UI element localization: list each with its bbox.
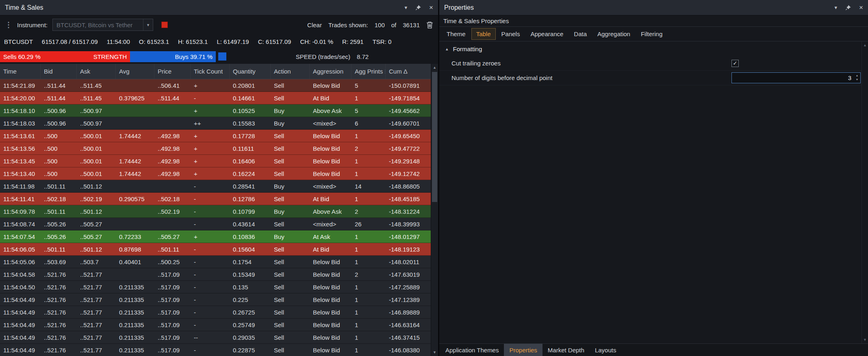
scrollbar-thumb[interactable]: [432, 72, 437, 202]
cell-tick: +: [191, 79, 230, 91]
tab-data[interactable]: Data: [569, 28, 592, 40]
close-icon[interactable]: ×: [859, 4, 863, 12]
window-menu-chevron-icon[interactable]: ▾: [405, 4, 408, 11]
table-row[interactable]: 11:54:04.58..521.76..521.77..517.09-0.15…: [0, 268, 431, 281]
table-scrollbar[interactable]: ▲ ▼: [431, 64, 438, 356]
column-header-qty[interactable]: Quantity: [230, 64, 271, 79]
table-row[interactable]: 11:54:20.00..511.44..511.450.379625..511…: [0, 92, 431, 104]
props-scroll-up-icon[interactable]: ▲: [862, 41, 868, 49]
column-header-avg[interactable]: Avg: [116, 64, 154, 79]
table-row[interactable]: 11:54:13.45..500..500.011.74442..492.98+…: [0, 155, 431, 167]
table-row[interactable]: 11:54:13.56..500..500.01..492.98+0.11611…: [0, 142, 431, 155]
column-header-cum[interactable]: Cum Δ: [386, 64, 431, 79]
column-header-aggr[interactable]: Aggression: [310, 64, 352, 79]
cell-prints: 1: [352, 256, 386, 268]
bottom-tab-application-themes[interactable]: Application Themes: [440, 344, 504, 356]
cell-ask: ..521.77: [77, 319, 116, 331]
cell-qty: 0.15604: [230, 243, 271, 255]
table-row[interactable]: 11:54:21.89..511.44..511.45..506.41+0.20…: [0, 79, 431, 92]
cell-price: ..517.09: [154, 319, 191, 331]
quote-high: H: 61523.1: [178, 38, 208, 45]
drag-grip-icon[interactable]: ⋮: [5, 20, 12, 29]
combobox-chevron-icon[interactable]: ▾: [143, 19, 153, 30]
table-row[interactable]: 11:54:04.49..521.76..521.770.211335..517…: [0, 319, 431, 331]
table-row[interactable]: 11:54:13.61..500..500.011.74442..492.98+…: [0, 130, 431, 142]
close-icon[interactable]: ×: [429, 4, 433, 12]
tab-appearance[interactable]: Appearance: [525, 28, 568, 40]
table-row[interactable]: 11:54:08.74..505.26..505.27-0.43614Sell<…: [0, 218, 431, 230]
instrument-combobox[interactable]: BTCUSDT, Bitcoin vs Tether ▾: [52, 19, 153, 31]
tab-filtering[interactable]: Filtering: [636, 28, 667, 40]
window-menu-chevron-icon[interactable]: ▾: [835, 4, 838, 11]
column-header-ask[interactable]: Ask: [77, 64, 116, 79]
tab-aggregation[interactable]: Aggregation: [592, 28, 635, 40]
app-root: Time & Sales ▾ × ⋮ Instrument: BTCUSDT, …: [0, 0, 868, 356]
cell-time: 11:54:06.05: [0, 243, 41, 255]
cell-action: Buy: [271, 117, 310, 129]
column-header-time[interactable]: Time: [0, 64, 41, 79]
digits-spinners: ▲ ▼: [855, 74, 859, 82]
cell-bid: ..511.44: [41, 79, 77, 91]
cell-time: 11:54:18.10: [0, 104, 41, 117]
cell-bid: ..521.76: [41, 268, 77, 280]
digits-input[interactable]: [731, 72, 861, 83]
tab-theme[interactable]: Theme: [442, 28, 471, 40]
table-row[interactable]: 11:54:18.03..500.96..500.97++0.15583Buy<…: [0, 117, 431, 130]
cell-price: ..501.11: [154, 243, 191, 255]
column-header-prints[interactable]: Agg Prints⋮: [352, 64, 386, 79]
clear-button[interactable]: Clear: [307, 22, 322, 28]
column-header-action[interactable]: Action: [271, 64, 310, 79]
properties-titlebar: Properties ▾ ×: [439, 0, 868, 15]
table-row[interactable]: 11:54:04.49..521.76..521.770.211335..517…: [0, 293, 431, 306]
pin-icon[interactable]: [415, 5, 421, 11]
pin-icon[interactable]: [845, 5, 851, 11]
spin-down-icon[interactable]: ▼: [855, 78, 859, 82]
table-row[interactable]: 11:54:04.49..521.76..521.770.211335..517…: [0, 306, 431, 319]
cell-tick: +: [191, 104, 230, 117]
table-row[interactable]: 11:54:07.54..505.26..505.270.72233..505.…: [0, 230, 431, 243]
tab-panels[interactable]: Panels: [497, 28, 525, 40]
cell-time: 11:54:05.06: [0, 256, 41, 268]
cell-tick: -: [191, 319, 230, 331]
cell-cum: -148.19123: [386, 243, 431, 255]
properties-panel: Properties ▾ × Time & Sales Properties T…: [439, 0, 868, 356]
table-row[interactable]: 11:54:05.06..503.69..503.70.40401..500.2…: [0, 256, 431, 268]
cell-tick: +: [191, 130, 230, 142]
record-stop-button[interactable]: [161, 22, 168, 28]
formatting-section-header[interactable]: ▴ Formatting: [439, 41, 861, 56]
cell-ask: ..500.01: [77, 142, 116, 154]
cut-trailing-zeroes-checkbox[interactable]: ✓: [731, 60, 739, 67]
table-row[interactable]: 11:54:04.49..521.76..521.770.211335..517…: [0, 331, 431, 344]
bottom-tab-properties[interactable]: Properties: [504, 344, 542, 356]
cell-prints: 1: [352, 155, 386, 167]
trash-icon[interactable]: [426, 21, 433, 29]
table-row[interactable]: 11:54:13.40..500..500.011.74442..492.98+…: [0, 167, 431, 180]
column-header-price[interactable]: Price: [154, 64, 191, 79]
scroll-down-icon[interactable]: ▼: [431, 349, 438, 356]
spin-up-icon[interactable]: ▲: [855, 74, 859, 78]
cell-price: ..517.09: [154, 306, 191, 318]
table-row[interactable]: 11:54:06.05..501.11..501.120.87698..501.…: [0, 243, 431, 256]
scroll-up-icon[interactable]: ▲: [431, 64, 438, 71]
properties-scrollbar[interactable]: ▲ ▼: [861, 41, 868, 343]
bottom-tab-layouts[interactable]: Layouts: [590, 344, 622, 356]
time-sales-panel: Time & Sales ▾ × ⋮ Instrument: BTCUSDT, …: [0, 0, 438, 356]
bottom-tab-market-depth[interactable]: Market Depth: [542, 344, 590, 356]
properties-titlebar-icons: ▾ ×: [835, 4, 863, 12]
cell-bid: ..500: [41, 167, 77, 180]
cell-aggr: Below Bid: [310, 155, 352, 167]
tab-table[interactable]: Table: [471, 28, 496, 40]
table-row[interactable]: 11:54:11.98..501.11..501.12-0.28541Buy<m…: [0, 180, 431, 193]
column-header-tick[interactable]: Tick Count: [191, 64, 230, 79]
cell-qty: 0.12786: [230, 193, 271, 205]
cell-bid: ..502.18: [41, 193, 77, 205]
table-row[interactable]: 11:54:18.10..500.96..500.97+0.10525BuyAb…: [0, 104, 431, 117]
column-header-bid[interactable]: Bid: [41, 64, 77, 79]
cell-ask: ..500.01: [77, 167, 116, 180]
cell-action: Buy: [271, 230, 310, 243]
table-row[interactable]: 11:54:09.78..501.11..501.12..502.19-0.10…: [0, 205, 431, 218]
props-scroll-down-icon[interactable]: ▼: [862, 336, 868, 343]
table-row[interactable]: 11:54:11.41..502.18..502.190.290575..502…: [0, 193, 431, 205]
table-row[interactable]: 11:54:04.49..521.76..521.770.211335..517…: [0, 344, 431, 356]
table-row[interactable]: 11:54:04.50..521.76..521.770.211335..517…: [0, 281, 431, 293]
